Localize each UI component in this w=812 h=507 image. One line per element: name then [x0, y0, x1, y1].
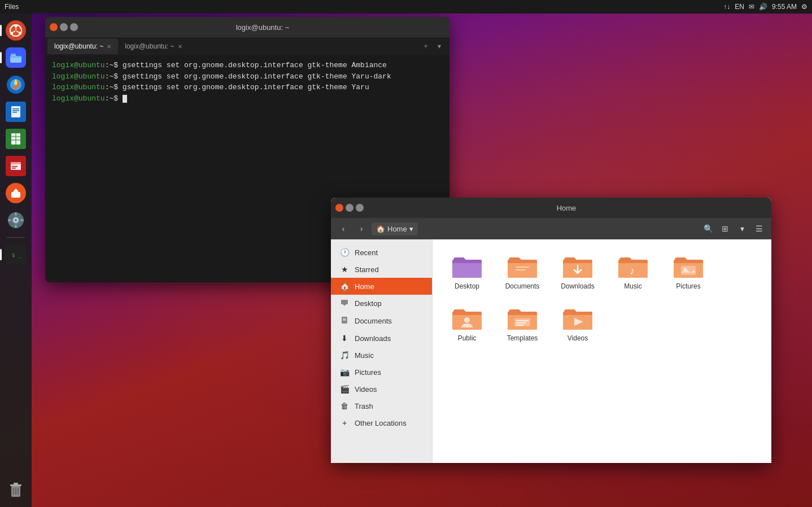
- impress-app-icon: [6, 156, 26, 176]
- svg-point-53: [464, 317, 470, 323]
- svg-rect-44: [343, 304, 346, 305]
- fm-menu-button[interactable]: ☰: [751, 221, 767, 237]
- sidebar-documents-label: Documents: [355, 317, 392, 325]
- terminal-tab-actions: + ▾: [420, 41, 447, 52]
- top-bar-right: ↑↓ EN ✉ 🔊 9:55 AM ⚙: [723, 3, 807, 11]
- clock: 9:55 AM: [772, 3, 797, 11]
- terminal-line-4: logix@ubuntu:~$: [52, 93, 443, 104]
- fm-file-videos[interactable]: Videos: [552, 300, 603, 348]
- sidebar-item-home[interactable]: 🏠 Home: [331, 278, 432, 295]
- terminal-close-button[interactable]: [50, 23, 58, 31]
- mail-icon: ✉: [749, 3, 754, 11]
- svg-rect-39: [14, 483, 18, 484]
- dock: $ _: [0, 14, 32, 507]
- fm-sort-button[interactable]: ▾: [734, 221, 750, 237]
- fm-sidebar: 🕐 Recent ★ Starred 🏠 Home Desktop: [331, 239, 433, 463]
- sidebar-downloads-label: Downloads: [355, 334, 391, 343]
- terminal-new-tab-button[interactable]: +: [420, 41, 431, 52]
- fm-body: 🕐 Recent ★ Starred 🏠 Home Desktop: [331, 239, 771, 463]
- svg-line-6: [16, 31, 19, 33]
- sidebar-item-desktop[interactable]: Desktop: [331, 295, 432, 312]
- dock-item-libreoffice-writer[interactable]: [3, 99, 28, 124]
- fm-home-icon: 🏠: [376, 225, 385, 233]
- videos-sidebar-icon: 🎬: [340, 384, 349, 394]
- fm-content: Desktop Documents: [433, 239, 771, 463]
- fm-file-public[interactable]: Public: [442, 300, 492, 348]
- documents-folder-icon: [507, 253, 538, 280]
- dock-item-settings[interactable]: [3, 208, 28, 233]
- top-bar-left: Files: [5, 3, 19, 11]
- fm-file-templates[interactable]: Templates: [497, 300, 548, 348]
- fm-location-text: Home: [387, 225, 407, 233]
- sidebar-item-other-locations[interactable]: + Other Locations: [331, 414, 432, 431]
- terminal-tab-1-close[interactable]: ✕: [107, 43, 111, 50]
- sidebar-item-pictures[interactable]: 📷 Pictures: [331, 364, 432, 381]
- fm-file-pictures[interactable]: Pictures: [663, 248, 714, 296]
- terminal-tab-1[interactable]: logix@ubuntu: ~ ✕: [47, 38, 118, 54]
- home-icon: 🏠: [340, 282, 349, 291]
- sidebar-item-documents[interactable]: Documents: [331, 312, 432, 330]
- network-icon: ↑↓: [723, 3, 730, 11]
- fm-location-dropdown-icon: ▾: [409, 225, 413, 233]
- terminal-tab-2[interactable]: logix@ubuntu: ~ ✕: [118, 38, 189, 54]
- public-folder-label: Public: [458, 334, 477, 343]
- dock-item-libreoffice-impress[interactable]: [3, 154, 28, 178]
- public-folder-icon: [451, 305, 483, 332]
- fm-maximize-button[interactable]: [356, 204, 364, 212]
- settings-icon[interactable]: ⚙: [801, 3, 807, 11]
- trash-sidebar-icon: 🗑: [340, 401, 349, 410]
- terminal-maximize-button[interactable]: [70, 23, 78, 31]
- fm-minimize-button[interactable]: [346, 204, 353, 212]
- terminal-dropdown-button[interactable]: ▾: [434, 41, 445, 52]
- svg-rect-29: [15, 212, 17, 216]
- svg-text:$ _: $ _: [12, 252, 21, 258]
- svg-rect-8: [11, 54, 16, 55]
- svg-line-5: [12, 31, 15, 33]
- svg-rect-31: [8, 220, 11, 221]
- fm-file-downloads[interactable]: Downloads: [552, 248, 603, 296]
- fm-search-button[interactable]: 🔍: [700, 221, 716, 237]
- svg-rect-14: [12, 108, 19, 110]
- dock-item-files[interactable]: [3, 45, 28, 70]
- dock-item-firefox[interactable]: [3, 72, 28, 97]
- pictures-folder-label: Pictures: [676, 282, 700, 291]
- terminal-tab-2-close[interactable]: ✕: [178, 43, 182, 50]
- svg-rect-49: [516, 269, 526, 270]
- dock-item-trash[interactable]: [3, 478, 28, 502]
- documents-sidebar-icon: [340, 316, 349, 326]
- fm-file-documents[interactable]: Documents: [497, 248, 548, 296]
- terminal-cursor: [123, 95, 127, 103]
- svg-text:♪: ♪: [630, 265, 635, 277]
- fm-forward-button[interactable]: ›: [353, 221, 369, 237]
- desktop-folder-icon: [451, 253, 483, 280]
- dock-item-ubuntu[interactable]: [3, 18, 28, 43]
- fm-toolbar-actions: 🔍 ⊞ ▾ ☰: [700, 221, 767, 237]
- fm-location-bar[interactable]: 🏠 Home ▾: [372, 222, 418, 235]
- fm-file-music[interactable]: ♪ Music: [608, 248, 658, 296]
- dock-item-terminal[interactable]: $ _: [3, 242, 28, 267]
- fm-view-button[interactable]: ⊞: [717, 221, 733, 237]
- dock-item-libreoffice-calc[interactable]: [3, 126, 28, 151]
- sidebar-home-label: Home: [355, 282, 374, 291]
- fm-back-button[interactable]: ‹: [335, 221, 351, 237]
- sidebar-music-label: Music: [355, 351, 374, 360]
- desktop-sidebar-icon: [340, 299, 349, 308]
- svg-rect-15: [12, 110, 19, 111]
- fm-close-button[interactable]: [335, 204, 343, 212]
- dock-item-software[interactable]: [3, 181, 28, 206]
- svg-rect-32: [20, 220, 24, 221]
- sidebar-item-starred[interactable]: ★ Starred: [331, 261, 432, 278]
- sidebar-desktop-label: Desktop: [355, 299, 382, 308]
- fm-file-desktop[interactable]: Desktop: [442, 248, 492, 296]
- keyboard-icon: EN: [735, 3, 744, 11]
- sidebar-item-downloads[interactable]: ⬇ Downloads: [331, 330, 432, 347]
- music-folder-label: Music: [624, 282, 641, 291]
- terminal-tab-1-label: logix@ubuntu: ~: [54, 42, 103, 50]
- music-folder-icon: ♪: [617, 253, 649, 280]
- terminal-minimize-button[interactable]: [60, 23, 68, 31]
- settings-app-icon: [6, 210, 26, 230]
- sidebar-item-music[interactable]: 🎵 Music: [331, 347, 432, 364]
- sidebar-item-trash[interactable]: 🗑 Trash: [331, 397, 432, 414]
- sidebar-item-videos[interactable]: 🎬 Videos: [331, 381, 432, 397]
- sidebar-item-recent[interactable]: 🕐 Recent: [331, 244, 432, 261]
